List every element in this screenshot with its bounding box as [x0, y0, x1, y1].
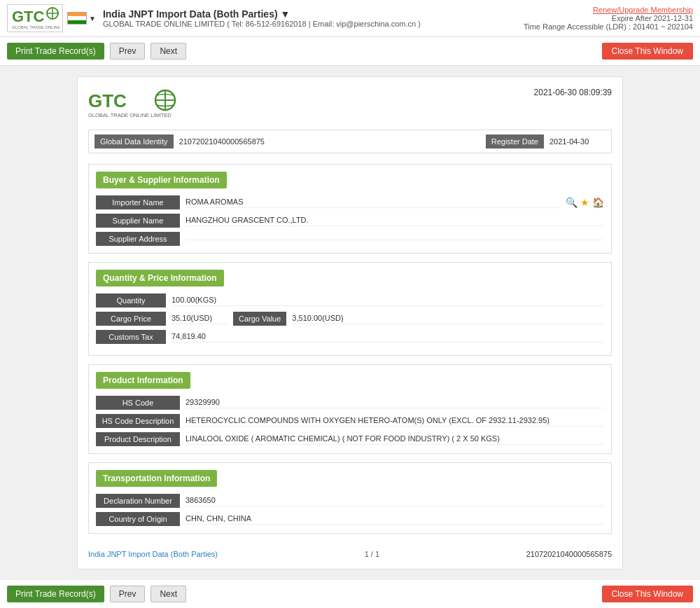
hs-code-desc-row: HS Code Description HETEROCYCLIC COMPOUN…	[96, 414, 604, 428]
renew-link[interactable]: Renew/Upgrade Membership	[593, 6, 693, 14]
importer-name-row: Importer Name ROMA AROMAS 🔍 ★ 🏠	[96, 195, 604, 209]
top-toolbar: Print Trade Record(s) Prev Next Close Th…	[0, 37, 700, 66]
register-date-value: 2021-04-30	[550, 137, 606, 146]
app-header: GTC GLOBAL TRADE ONLINE LIMITED ▼ India …	[0, 0, 700, 37]
print-button-top[interactable]: Print Trade Record(s)	[7, 43, 104, 60]
gto-logo-svg: GTC GLOBAL TRADE ONLINE LIMITED	[88, 88, 179, 119]
transport-section-header: Transportation Information	[96, 470, 217, 487]
prev-button-bottom[interactable]: Prev	[110, 586, 146, 602]
product-desc-label: Product Description	[96, 432, 180, 446]
register-date-label: Register Date	[486, 134, 544, 148]
svg-text:GLOBAL TRADE ONLINE LIMITED: GLOBAL TRADE ONLINE LIMITED	[88, 112, 172, 118]
footer-left: India JNPT Import Data (Both Parties)	[88, 550, 218, 558]
search-icon[interactable]: 🔍	[566, 197, 578, 208]
product-desc-row: Product Description LINALOOL OXIDE ( ARO…	[96, 432, 604, 446]
logo-svg: GTC GLOBAL TRADE ONLINE LIMITED	[10, 5, 59, 30]
next-button-top[interactable]: Next	[150, 43, 186, 60]
importer-name-value: ROMA AROMAS	[186, 198, 560, 208]
star-icon[interactable]: ★	[580, 197, 589, 208]
title-dropdown[interactable]: ▼	[281, 8, 290, 20]
header-right: Renew/Upgrade Membership Expire After 20…	[524, 6, 693, 31]
supplier-name-row: Supplier Name HANGZHOU GRASCENT CO.,LTD.	[96, 214, 604, 228]
quantity-value: 100.00(KGS)	[172, 296, 604, 306]
buyer-supplier-section: Buyer & Supplier Information Importer Na…	[88, 164, 612, 254]
prev-button-top[interactable]: Prev	[110, 43, 146, 60]
svg-text:GTC: GTC	[12, 8, 45, 25]
dropdown-arrow: ▼	[89, 15, 96, 22]
cargo-value-label: Cargo Value	[233, 312, 286, 326]
supplier-name-value: HANGZHOU GRASCENT CO.,LTD.	[186, 216, 604, 226]
buyer-supplier-header: Buyer & Supplier Information	[96, 172, 227, 188]
footer-center: 1 / 1	[365, 550, 379, 558]
supplier-name-label: Supplier Name	[96, 214, 180, 228]
india-flag	[67, 12, 87, 25]
declaration-number-value: 3863650	[186, 496, 604, 506]
home-icon[interactable]: 🏠	[592, 197, 604, 208]
customs-tax-row: Customs Tax 74,819.40	[96, 330, 604, 344]
cargo-price-row: Cargo Price 35.10(USD) Cargo Value 3,510…	[96, 312, 604, 326]
svg-text:GTC: GTC	[88, 90, 127, 111]
close-button-bottom[interactable]: Close This Window	[602, 586, 693, 602]
ldr-text: Time Range Accessible (LDR) : 201401 ~ 2…	[524, 22, 693, 31]
global-data-identity-value: 21072021040000565875	[179, 137, 480, 146]
header-info: India JNPT Import Data (Both Parties) ▼ …	[103, 8, 517, 28]
supplier-address-label: Supplier Address	[96, 232, 180, 246]
quantity-price-section: Quantity & Price Information Quantity 10…	[88, 262, 612, 356]
card-datetime: 2021-06-30 08:09:39	[534, 88, 612, 97]
contact-info: GLOBAL TRADE ONLINE LIMITED ( Tel: 86-51…	[103, 20, 517, 28]
expire-date: Expire After 2021-12-31	[524, 14, 693, 22]
supplier-address-value	[186, 238, 604, 240]
quantity-label: Quantity	[96, 293, 166, 308]
declaration-number-label: Declaration Number	[96, 494, 180, 508]
close-button-top[interactable]: Close This Window	[602, 43, 693, 60]
gto-logo: GTC GLOBAL TRADE ONLINE LIMITED	[88, 88, 179, 119]
main-content: GTC GLOBAL TRADE ONLINE LIMITED 2021-06-…	[0, 66, 700, 580]
hs-code-row: HS Code 29329990	[96, 396, 604, 410]
country-of-origin-label: Country of Origin	[96, 512, 180, 526]
global-data-identity-label: Global Data Identity	[94, 134, 174, 148]
country-selector[interactable]: ▼	[67, 12, 96, 25]
record-card: GTC GLOBAL TRADE ONLINE LIMITED 2021-06-…	[77, 76, 623, 569]
supplier-address-row: Supplier Address	[96, 232, 604, 246]
product-section-header: Product Information	[96, 372, 190, 389]
customs-tax-value: 74,819.40	[172, 332, 604, 343]
bottom-toolbar: Print Trade Record(s) Prev Next Close Th…	[0, 580, 700, 608]
country-of-origin-value: CHN, CHN, CHINA	[186, 514, 604, 525]
page-title: India JNPT Import Data (Both Parties) ▼	[103, 8, 517, 20]
country-of-origin-row: Country of Origin CHN, CHN, CHINA	[96, 512, 604, 526]
customs-tax-label: Customs Tax	[96, 330, 166, 344]
company-logo: GTC GLOBAL TRADE ONLINE LIMITED	[7, 4, 63, 32]
importer-name-label: Importer Name	[96, 195, 180, 209]
importer-actions: 🔍 ★ 🏠	[566, 197, 604, 208]
transport-section: Transportation Information Declaration N…	[88, 462, 612, 534]
next-button-bottom[interactable]: Next	[150, 586, 186, 602]
product-section: Product Information HS Code 29329990 HS …	[88, 364, 612, 454]
quantity-section-header: Quantity & Price Information	[96, 270, 224, 286]
cargo-value-value: 3,510.00(USD)	[292, 314, 604, 324]
hs-code-desc-value: HETEROCYCLIC COMPOUNDS WITH OXYGEN HETER…	[186, 416, 604, 427]
title-text: India JNPT Import Data (Both Parties)	[103, 8, 278, 20]
product-desc-value: LINALOOL OXIDE ( AROMATIC CHEMICAL) ( NO…	[186, 434, 604, 445]
hs-code-label: HS Code	[96, 396, 180, 410]
footer-right: 21072021040000565875	[526, 550, 612, 558]
quantity-row: Quantity 100.00(KGS)	[96, 293, 604, 308]
card-header: GTC GLOBAL TRADE ONLINE LIMITED 2021-06-…	[88, 88, 612, 119]
cargo-price-value: 35.10(USD)	[172, 314, 227, 324]
svg-text:GLOBAL TRADE ONLINE LIMITED: GLOBAL TRADE ONLINE LIMITED	[12, 25, 59, 29]
cargo-price-label: Cargo Price	[96, 312, 166, 326]
logo-area: GTC GLOBAL TRADE ONLINE LIMITED ▼	[7, 4, 96, 32]
hs-code-desc-label: HS Code Description	[96, 414, 180, 428]
hs-code-value: 29329990	[186, 398, 604, 408]
record-footer: India JNPT Import Data (Both Parties) 1 …	[88, 544, 612, 558]
declaration-number-row: Declaration Number 3863650	[96, 494, 604, 508]
global-data-identity-row: Global Data Identity 2107202104000056587…	[88, 130, 612, 153]
print-button-bottom[interactable]: Print Trade Record(s)	[7, 586, 104, 602]
